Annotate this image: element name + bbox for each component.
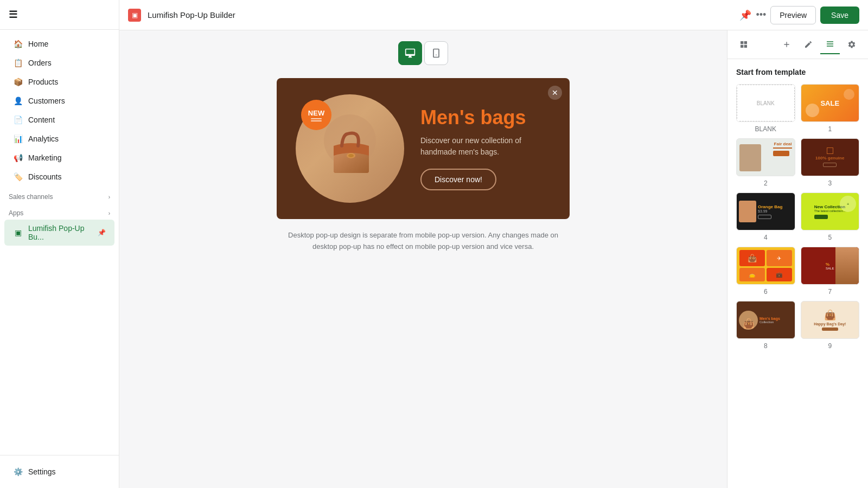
template-item-9[interactable]: 👜 Happy Bag's Day! 9 xyxy=(801,301,860,350)
template-label-8: 8 xyxy=(764,342,768,350)
template-thumb-9: 👜 Happy Bag's Day! xyxy=(801,301,860,339)
popup-cta-button[interactable]: Discover now! xyxy=(420,169,496,190)
popup-content: Men's bags Discover our new collection o… xyxy=(420,107,551,190)
sidebar-item-analytics[interactable]: 📊 Analytics xyxy=(4,130,114,148)
template-label-6: 6 xyxy=(764,288,768,296)
sidebar-item-label: Orders xyxy=(28,59,52,67)
template-item-6[interactable]: 👜 ✈ 👝 💼 xyxy=(736,247,795,296)
device-switcher xyxy=(398,41,448,65)
main-area: ▣ Lumifish Pop-Up Builder 📌 ••• Preview … xyxy=(119,0,868,488)
right-panel: Start from template BLANK BLANK xyxy=(727,30,868,488)
sidebar-item-label: Products xyxy=(28,78,58,86)
sidebar-item-label: Settings xyxy=(28,467,56,476)
template-item-8[interactable]: 👜 Men's bags Collection 8 xyxy=(736,301,795,350)
store-name: ☰ xyxy=(9,9,17,20)
sidebar-item-lumifish[interactable]: ▣ Lumifish Pop-Up Bu... 📌 xyxy=(4,220,114,246)
topbar-title: Lumifish Pop-Up Builder xyxy=(148,10,733,20)
template-thumb-4: Orange Bag $3.99 xyxy=(736,192,795,230)
sidebar-item-products[interactable]: 📦 Products xyxy=(4,73,114,91)
sidebar-item-settings[interactable]: ⚙️ Settings xyxy=(4,463,114,481)
topbar: ▣ Lumifish Pop-Up Builder 📌 ••• Preview … xyxy=(119,0,868,30)
sidebar-nav: 🏠 Home 📋 Orders 📦 Products 👤 Customers 📄… xyxy=(0,30,119,455)
save-button[interactable]: Save xyxy=(820,7,859,24)
chevron-right-icon: › xyxy=(108,194,110,200)
new-badge: NEW xyxy=(301,100,331,130)
template-label-7: 7 xyxy=(828,288,832,296)
apps-section[interactable]: Apps › xyxy=(0,203,119,219)
sidebar-item-label: Home xyxy=(28,40,48,48)
sidebar-item-label: Content xyxy=(28,115,55,124)
add-element-button[interactable] xyxy=(777,35,796,54)
template-item-1[interactable]: SALE 1 xyxy=(801,84,860,133)
popup-close-button[interactable]: ✕ xyxy=(548,86,562,100)
template-label-2: 2 xyxy=(764,179,768,187)
canvas-area: ✕ NEW xyxy=(119,30,727,488)
template-button[interactable] xyxy=(820,35,840,54)
template-label-5: 5 xyxy=(828,234,832,241)
template-label-3: 3 xyxy=(828,179,832,187)
settings-icon: ⚙️ xyxy=(13,467,23,477)
discounts-icon: 🏷️ xyxy=(13,172,23,182)
template-item-blank[interactable]: BLANK BLANK xyxy=(736,84,795,133)
settings-panel-button[interactable] xyxy=(842,35,861,54)
sidebar-bottom: ⚙️ Settings xyxy=(0,455,119,488)
sidebar-item-orders[interactable]: 📋 Orders xyxy=(4,54,114,72)
sidebar-item-label: Lumifish Pop-Up Bu... xyxy=(28,224,92,241)
sidebar-item-content[interactable]: 📄 Content xyxy=(4,111,114,129)
analytics-icon: 📊 xyxy=(13,134,23,144)
new-badge-lines xyxy=(311,118,322,121)
popup-title: Men's bags xyxy=(420,107,551,129)
sales-channels-section[interactable]: Sales channels › xyxy=(0,187,119,203)
template-thumb-3: 100% genuine xyxy=(801,138,860,176)
popup-image-area: NEW xyxy=(296,94,404,203)
lumifish-icon: ▣ xyxy=(13,228,23,237)
template-label-4: 4 xyxy=(764,234,768,241)
template-label-9: 9 xyxy=(828,342,832,350)
popup-preview: ✕ NEW xyxy=(277,78,570,219)
template-thumb-5: + New Collection The latest collection..… xyxy=(801,192,860,230)
sidebar-item-label: Discounts xyxy=(28,172,61,181)
new-badge-line xyxy=(311,118,322,119)
template-thumb-2: Fair deal xyxy=(736,138,795,176)
panel-section-title: Start from template xyxy=(736,68,859,76)
topbar-actions: 📌 ••• Preview Save xyxy=(739,6,859,24)
template-item-3[interactable]: 100% genuine 3 xyxy=(801,138,860,187)
edit-button[interactable] xyxy=(799,35,818,54)
template-item-4[interactable]: Orange Bag $3.99 4 xyxy=(736,192,795,241)
more-icon[interactable]: ••• xyxy=(756,9,766,21)
preview-button[interactable]: Preview xyxy=(770,6,816,24)
sidebar-item-customers[interactable]: 👤 Customers xyxy=(4,92,114,110)
sidebar-item-marketing[interactable]: 📢 Marketing xyxy=(4,149,114,167)
template-item-5[interactable]: + New Collection The latest collection..… xyxy=(801,192,860,241)
template-thumb-blank: BLANK xyxy=(736,84,795,122)
template-label-1: 1 xyxy=(828,125,832,133)
template-thumb-1: SALE xyxy=(801,84,860,122)
template-grid: BLANK BLANK SALE 1 xyxy=(736,84,859,350)
orders-icon: 📋 xyxy=(13,58,23,68)
new-badge-line xyxy=(311,120,322,121)
template-thumb-6: 👜 ✈ 👝 💼 xyxy=(736,247,795,285)
canvas-note: Desktop pop-up design is separate from m… xyxy=(277,230,570,253)
template-thumb-7: % SALE xyxy=(801,247,860,285)
sidebar-item-label: Marketing xyxy=(28,153,61,162)
store-logo: ☰ xyxy=(0,0,119,30)
svg-point-4 xyxy=(348,154,354,157)
new-badge-text: NEW xyxy=(308,109,324,117)
grid-view-button[interactable] xyxy=(734,35,754,54)
sidebar: ☰ 🏠 Home 📋 Orders 📦 Products 👤 Customers… xyxy=(0,0,119,488)
chevron-right-icon: › xyxy=(108,210,110,216)
sidebar-item-home[interactable]: 🏠 Home xyxy=(4,35,114,53)
pin-icon[interactable]: 📌 xyxy=(739,9,751,21)
template-item-7[interactable]: % SALE 7 xyxy=(801,247,860,296)
template-thumb-8: 👜 Men's bags Collection xyxy=(736,301,795,339)
mobile-device-button[interactable] xyxy=(424,41,448,65)
popup-description: Discover our new collection of handmade … xyxy=(420,135,551,158)
app-icon: ▣ xyxy=(128,9,141,22)
products-icon: 📦 xyxy=(13,77,23,87)
sidebar-item-discounts[interactable]: 🏷️ Discounts xyxy=(4,168,114,186)
template-item-2[interactable]: Fair deal 2 xyxy=(736,138,795,187)
pin-icon: 📌 xyxy=(98,229,106,236)
desktop-device-button[interactable] xyxy=(398,41,422,65)
template-label-blank: BLANK xyxy=(755,125,776,133)
panel-toolbar xyxy=(727,30,868,59)
